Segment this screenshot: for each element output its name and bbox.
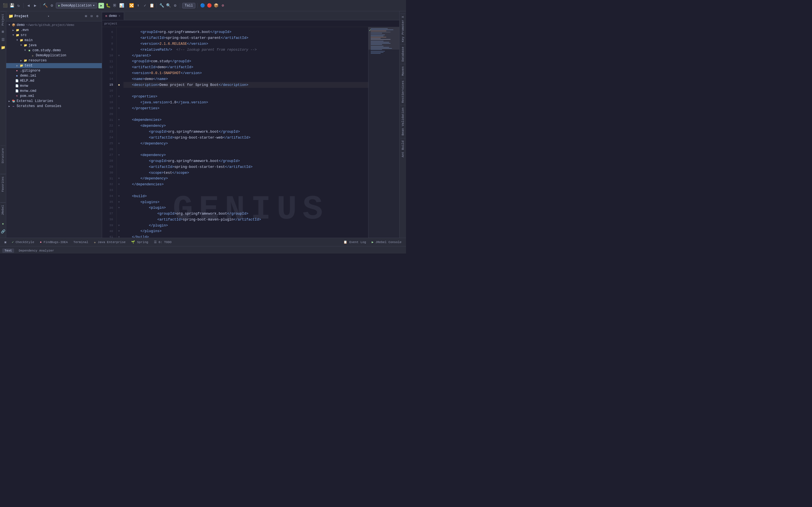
toolbar-icon-profile[interactable]: 📊 [119,3,124,8]
gutter-10: ▼ [117,53,121,59]
code-line-40: </plugins> [123,228,368,234]
structure-tab[interactable]: Structure [1,146,5,166]
tree-item-mvnw[interactable]: 📄 mvnw [6,83,102,89]
right-panel-bean-validation[interactable]: Bean Validation [400,105,405,138]
toolbar-icon-search[interactable]: 🔍 [165,3,171,8]
bottom-tab-java-enterprise[interactable]: ☕ Java Enterprise [92,240,128,244]
tree-arrow-package: ▼ [23,48,27,52]
toolbar-icon-disable[interactable]: ⊘ [220,3,225,8]
code-line-10: </parent> [123,53,368,59]
project-scroll-from-source[interactable]: ⊟ [89,14,94,18]
bottom-tab-checkstyle[interactable]: ✓ CheckStyle [10,240,36,244]
toolbar-icon-plugin1[interactable]: 📦 [213,3,219,8]
tree-item-main[interactable]: ▼ 📁 main [6,38,102,43]
toolbar-icon-forward[interactable]: ▶ [33,3,38,8]
run-button[interactable]: ▶ [98,3,104,8]
tree-item-mvn[interactable]: ▶ 📁 .mvn [6,27,102,33]
code-line-21: <dependencies> [123,117,368,123]
bottom-tab-terminal[interactable]: Terminal [71,240,91,244]
bottom-tab-todo[interactable]: ☰ 6: TODO [152,240,174,244]
toolbar-icon-sync[interactable]: ↻ [16,3,21,8]
bottom-tab-event-log[interactable]: 📋 Event Log [341,240,368,244]
tab-close-demo[interactable]: × [119,15,120,18]
breadcrumb-project[interactable]: project [104,22,117,25]
toolbar-icon-debug[interactable]: 🐛 [105,3,111,8]
right-panel-maven[interactable]: Maven [400,64,405,78]
folder-icon-mvn: 📁 [15,28,20,33]
run-config-selector[interactable]: ▶ DemoApplication ▾ [56,3,97,8]
line-num-38: 38 [102,217,115,223]
right-panel-database[interactable]: Database [400,44,405,64]
bottom-text-tab[interactable]: Text [2,248,14,253]
toolbar-icon-commit[interactable]: ✓ [142,3,148,8]
tree-item-src[interactable]: ▼ 📁 src [6,33,102,38]
line-num-40: 40 [102,228,115,234]
project-collapse-all[interactable]: ⊞ [84,14,88,18]
gutter-23 [117,129,121,135]
tree-item-package[interactable]: ▼ ◼ com.study.demo [6,48,102,53]
tree-item-demoapplication[interactable]: ☕ DemoApplication [6,53,102,58]
tree-arrow-java: ▼ [19,43,23,47]
line-num-6: 6 [102,29,115,35]
bottom-dep-analyzer-tab[interactable]: Dependency Analyzer [16,248,56,253]
toolbar-icon-build[interactable]: 🔨 [42,3,48,8]
toolbar-icon-settings[interactable]: ⚙ [172,3,178,8]
editor-tab-demo[interactable]: m demo × [102,12,124,20]
tree-label-helpmd: HELP.md [20,79,34,83]
bottom-tab-findbugs[interactable]: ● FindBugs-IDEA [38,240,70,244]
toolbar-icon-folder[interactable]: ⬛ [2,3,8,8]
code-line-11: <groupId>com.study</groupId> [123,59,368,64]
toolbar-icon-jrebel1[interactable]: 🔵 [200,3,205,8]
tree-label-mvn: .mvn [20,28,29,32]
tree-item-extlibs[interactable]: ▶ 📚 External Libraries [6,99,102,104]
tail-button[interactable]: Tail [182,3,195,8]
tree-item-test[interactable]: ▶ 📁 test [6,63,102,68]
bottom-tab-jrebel-console[interactable]: ▶ JRebel Console [369,240,404,244]
spring-label: Spring [137,240,148,244]
toolbar-icon-back[interactable]: ◀ [26,3,31,8]
toolbar-sep-1 [23,3,24,8]
bottom-tab-spring[interactable]: 🌱 Spring [129,240,150,244]
tree-item-gitignore[interactable]: ● .gitignore [6,68,102,73]
tree-item-mvnwcmd[interactable]: 📄 mvnw.cmd [6,89,102,94]
code-line-26 [123,147,368,152]
tree-item-java[interactable]: ▼ 📁 java [6,43,102,48]
toolbar-icon-update[interactable]: ⬆ [135,3,141,8]
toolbar-icon-tools[interactable]: 🔧 [159,3,164,8]
line-num-36: 36 [102,205,115,211]
project-settings[interactable]: ⚙ [95,14,100,18]
tree-arrow-test: ▶ [15,64,19,68]
jrebel-icon2[interactable]: 🔗 [0,228,6,235]
checkstyle-icon: ✓ [12,240,14,244]
tree-item-demoliml[interactable]: ◆ demo.iml [6,73,102,78]
right-panel-rest-services[interactable]: RestServices [400,78,405,105]
jrebel-icon[interactable]: ★ [1,220,5,228]
sidebar-icon-1[interactable]: ⊞ [1,28,5,36]
toolbar-icon-save[interactable]: 💾 [9,3,15,8]
run-config-name: DemoApplication [61,4,92,8]
toolbar-icon-history[interactable]: 📋 [149,3,154,8]
toolbar-icon-build2[interactable]: ⚙ [49,3,55,8]
minimap-svg [368,27,399,238]
right-panel-key-promoter[interactable]: Key Promoter X [400,13,405,44]
right-panel-ant-build[interactable]: Ant Build [400,138,405,159]
jrebel-tab[interactable]: JRebel [1,203,5,217]
jrebel-console-icon: ▶ [371,240,373,244]
tree-item-demo[interactable]: ▼ 📦 demo ~/work/github_project/demo [6,22,102,27]
tree-item-pomxml[interactable]: m pom.xml [6,94,102,99]
toolbar-icon-jrebel2[interactable]: 🔴 [206,3,212,8]
tree-item-helpmd[interactable]: 📄 HELP.md [6,78,102,83]
tree-arrow-extlibs: ▶ [7,99,11,103]
toolbar-icon-coverage[interactable]: ⛨ [112,3,117,8]
code-content[interactable]: GENIUS <groupId>org.springframework.boot… [121,27,368,238]
toolbar-icon-vcs[interactable]: 🔀 [129,3,134,8]
favorites-tab[interactable]: Favorites [1,174,5,194]
code-line-15: <description>Demo project for Spring Boo… [123,82,368,88]
tree-item-scratches[interactable]: ▶ ✏ Scratches and Consoles [6,104,102,109]
line-num-7: 7 [102,35,115,41]
tree-item-resources[interactable]: ▶ 📁 resources [6,58,102,63]
run-config-icon: ▶ [58,4,60,7]
project-tab[interactable]: Project [1,11,5,28]
sidebar-icon-2[interactable]: ☰ [1,36,6,44]
sidebar-icon-3[interactable]: 📁 [0,44,6,52]
